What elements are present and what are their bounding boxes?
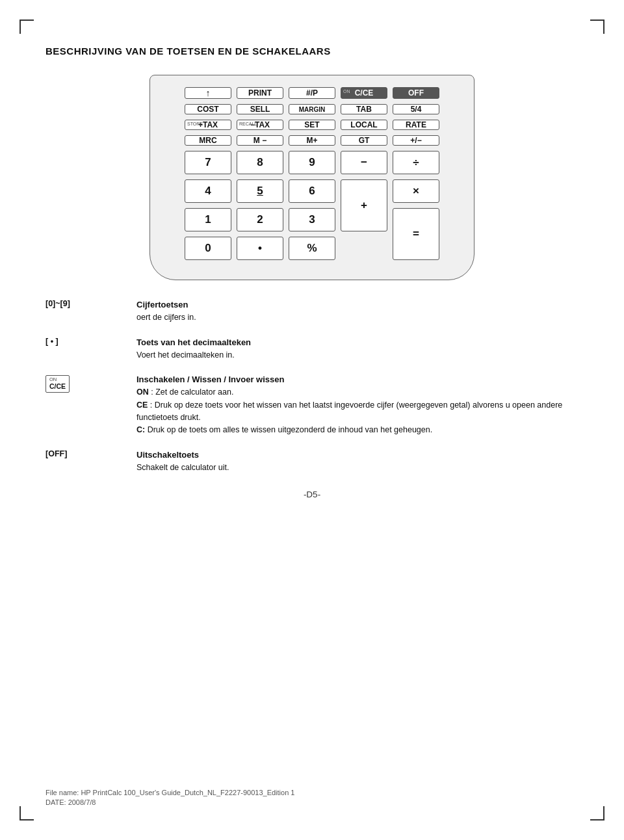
desc-key-off: [OFF] [46, 449, 136, 458]
key-rate[interactable]: RATE [393, 120, 439, 130]
key-1[interactable]: 1 [185, 208, 231, 231]
desc-item-digits: [0]~[9] Cijfertoetsen oert de cijfers in… [46, 298, 578, 324]
desc-content-cce: Inschakelen / Wissen / Invoer wissen ON … [136, 373, 578, 437]
key-minustax[interactable]: RECALL −TAX [237, 120, 283, 130]
calculator-diagram: ↑ PRINT #/P ON C/CE OFF COST [46, 75, 578, 280]
key-8[interactable]: 8 [237, 151, 283, 174]
footer-date: DATE: 2008/7/8 [46, 798, 578, 806]
key-margin[interactable]: MARGIN [289, 104, 335, 114]
footer-filename: File name: HP PrintCalc 100_User's Guide… [46, 789, 578, 796]
key-plusminus[interactable]: +/− [393, 135, 439, 146]
page-center-label: -D5- [46, 490, 578, 499]
key-2[interactable]: 2 [237, 208, 283, 231]
key-dot[interactable]: • [237, 237, 283, 260]
description-section: [0]~[9] Cijfertoetsen oert de cijfers in… [46, 298, 578, 474]
desc-key-cce: ON C/CE [46, 373, 136, 393]
corner-mark-bl [20, 806, 34, 820]
key-9[interactable]: 9 [289, 151, 335, 174]
desc-content-digits: Cijfertoetsen oert de cijfers in. [136, 298, 578, 324]
corner-mark-br [590, 806, 604, 820]
key-6[interactable]: 6 [289, 179, 335, 203]
page-title: BESCHRIJVING VAN DE TOETSEN EN DE SCHAKE… [46, 46, 578, 57]
key-plustax[interactable]: STORE +TAX [185, 120, 231, 130]
key-hash-p[interactable]: #/P [289, 87, 335, 99]
key-0[interactable]: 0 [185, 237, 231, 260]
desc-item-off: [OFF] Uitschakeltoets Schakelt de calcul… [46, 449, 578, 475]
corner-mark-tr [590, 20, 604, 34]
key-4[interactable]: 4 [185, 179, 231, 203]
key-cce[interactable]: ON C/CE [341, 87, 387, 99]
key-minus[interactable]: − [341, 151, 387, 174]
desc-content-decimal: Toets van het decimaalteken Voert het de… [136, 336, 578, 362]
key-arrow[interactable]: ↑ [185, 87, 231, 99]
key-cost[interactable]: COST [185, 104, 231, 114]
key-div[interactable]: ÷ [393, 151, 439, 174]
key-percent[interactable]: % [289, 237, 335, 260]
key-plus[interactable]: + [341, 179, 387, 231]
key-mul[interactable]: × [393, 179, 439, 203]
key-5[interactable]: 5 [237, 179, 283, 203]
key-3[interactable]: 3 [289, 208, 335, 231]
corner-mark-tl [20, 20, 34, 34]
key-sell[interactable]: SELL [237, 104, 283, 114]
page-footer: File name: HP PrintCalc 100_User's Guide… [46, 789, 578, 806]
key-print[interactable]: PRINT [237, 87, 283, 99]
key-set[interactable]: SET [289, 120, 335, 130]
desc-content-off: Uitschakeltoets Schakelt de calculator u… [136, 449, 578, 475]
key-mrc[interactable]: MRC [185, 135, 231, 146]
desc-item-decimal: [ • ] Toets van het decimaalteken Voert … [46, 336, 578, 362]
key-7[interactable]: 7 [185, 151, 231, 174]
desc-item-cce: ON C/CE Inschakelen / Wissen / Invoer wi… [46, 373, 578, 437]
key-off[interactable]: OFF [393, 87, 439, 99]
key-54[interactable]: 5/4 [393, 104, 439, 114]
key-equals[interactable]: = [393, 208, 439, 260]
key-gt[interactable]: GT [341, 135, 387, 146]
desc-key-digits: [0]~[9] [46, 298, 136, 308]
key-tab[interactable]: TAB [341, 104, 387, 114]
key-local[interactable]: LOCAL [341, 120, 387, 130]
desc-key-decimal: [ • ] [46, 336, 136, 346]
key-mminus[interactable]: M − [237, 135, 283, 146]
key-mplus[interactable]: M+ [289, 135, 335, 146]
